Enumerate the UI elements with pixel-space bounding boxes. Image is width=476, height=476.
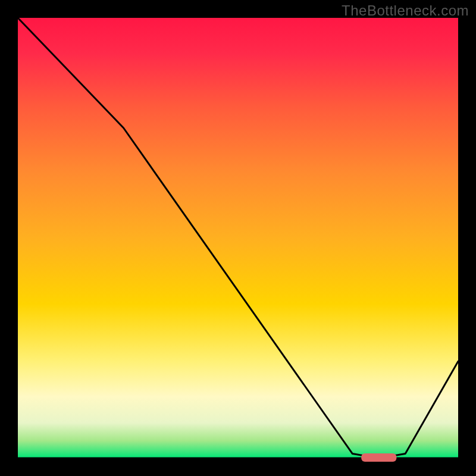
watermark-text: TheBottleneck.com [342,2,469,19]
optimal-range-marker [361,453,396,462]
plot-background [18,18,458,458]
chart-container: TheBottleneck.com [0,0,476,476]
bottleneck-chart [0,0,476,476]
